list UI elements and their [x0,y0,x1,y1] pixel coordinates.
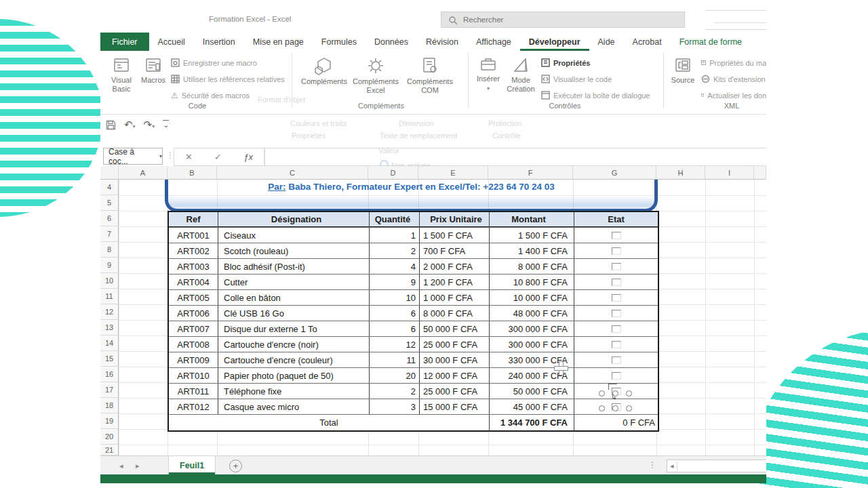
macro-record-status-icon[interactable] [160,483,166,483]
cell[interactable]: 20 [370,368,420,383]
checkbox-icon[interactable] [612,279,621,286]
cell[interactable]: ART004 [169,274,218,289]
cell[interactable]: ART001 [169,228,218,243]
xml-extension-packs-button[interactable]: Kits d'extension [701,75,766,83]
cell[interactable]: 12 000 F CFA [420,368,490,383]
tab-aide[interactable]: Aide [589,33,624,51]
select-all-corner[interactable] [100,166,119,180]
cell[interactable]: 2 [370,243,420,258]
tab-d-veloppeur[interactable]: Développeur [520,33,589,51]
sheet-tab-feuil1[interactable]: Feuil1 [168,456,216,474]
cell[interactable]: Disque dur externe 1 To [218,321,370,336]
cell[interactable]: ART012 [169,399,218,414]
cell[interactable]: ART011 [169,384,218,399]
search-input[interactable]: Rechercher [441,12,685,28]
cell[interactable]: 8 000 F CFA [490,259,574,274]
column-header-H[interactable]: H [656,166,705,180]
tab-fichier[interactable]: Fichier [100,33,149,51]
view-code-button[interactable]: Visualiser le code [541,75,612,83]
cell[interactable]: 9 [370,274,420,289]
cell[interactable]: 11 [370,352,420,367]
cell-etat[interactable] [574,306,658,321]
row-header-13[interactable]: 13 [100,320,119,336]
scroll-left-arrow[interactable]: ◂ [667,462,677,470]
cell-etat[interactable] [574,337,658,352]
record-macro-button[interactable]: Enregistrer une macro [171,58,257,67]
status-accessibility[interactable]: Accessibilité : examinez nos recommandat… [172,483,327,483]
run-dialog-button[interactable]: Exécuter la boîte de dialogue [541,91,650,100]
row-header-16[interactable]: 16 [100,367,119,382]
row-header-4[interactable]: 4 [100,180,119,195]
cell[interactable]: Cartouche d'encre (couleur) [218,352,370,367]
cell[interactable]: 12 [370,337,420,352]
cell-etat[interactable] [574,243,658,258]
macros-button[interactable]: Macros [138,56,168,85]
row-header-6[interactable]: 6 [100,211,119,226]
row-header-20[interactable]: 20 [100,429,119,445]
cell[interactable]: 10 800 F CFA [490,274,574,289]
cell[interactable]: Colle en bâton [218,290,370,305]
visual-basic-button[interactable]: Visual Basic [106,56,137,94]
tab-formules[interactable]: Formules [313,33,366,51]
tab-r-vision[interactable]: Révision [417,33,467,51]
cell[interactable]: 1 200 F CFA [420,274,490,289]
cell-etat[interactable] [574,321,658,336]
cell[interactable]: 50 000 F CFA [490,384,574,399]
cell[interactable]: 25 000 F CFA [420,337,490,352]
sheet-nav-left-button[interactable]: ◂ [119,462,123,470]
cell[interactable]: ART002 [169,243,218,258]
tab-mise-en-page[interactable]: Mise en page [244,33,313,51]
row-header-7[interactable]: 7 [100,226,119,242]
cell[interactable]: Cartouche d'encre (noir) [218,337,370,352]
row-header-21[interactable]: 21 [100,445,119,455]
cell[interactable]: Papier photo (paquet de 50) [218,368,370,383]
cell[interactable]: 10 000 F CFA [490,290,574,305]
selection-handle[interactable] [599,390,605,396]
cell[interactable]: 2 [370,384,420,399]
selection-handle[interactable] [626,405,632,411]
cell[interactable]: ART010 [169,368,218,383]
checkbox-icon[interactable] [612,294,621,302]
add-sheet-button[interactable]: + [229,460,242,472]
cell[interactable]: 10 [370,290,420,305]
cell[interactable]: 25 000 F CFA [420,384,490,399]
column-header-C[interactable]: C [217,166,368,180]
row-header-9[interactable]: 9 [100,258,119,273]
name-box[interactable]: Case à coc... ▾ [103,148,163,165]
selection-handle[interactable] [599,405,605,411]
cell[interactable]: 1 400 F CFA [490,243,574,258]
row-header-11[interactable]: 11 [100,289,119,304]
column-header-I[interactable]: I [705,166,754,180]
tab-affichage[interactable]: Affichage [467,33,520,51]
cell-etat[interactable] [574,274,658,289]
cell[interactable]: 300 000 F CFA [490,321,574,336]
cell[interactable]: 300 000 F CFA [490,337,574,352]
row-header-12[interactable]: 12 [100,304,119,320]
cell[interactable]: Bloc adhésif (Post-it) [218,259,370,274]
row-header-10[interactable]: 10 [100,273,119,289]
properties-button[interactable]: Propriétés [541,58,590,67]
column-header-D[interactable]: D [368,166,418,180]
checkbox-icon[interactable] [612,310,621,317]
cell[interactable]: 1 000 F CFA [420,290,490,305]
cell[interactable]: ART003 [169,259,218,274]
row-header-14[interactable]: 14 [100,336,119,351]
cell-etat[interactable] [574,228,658,243]
column-header-G[interactable]: G [573,166,656,180]
cell[interactable]: 1 500 F CFA [420,228,490,243]
cell-etat[interactable] [574,259,658,274]
row-header-15[interactable]: 15 [100,351,119,367]
tab-acrobat[interactable]: Acrobat [624,33,671,51]
cell[interactable]: 50 000 F CFA [420,321,490,336]
design-mode-button[interactable]: Mode Création [505,56,537,94]
cell[interactable]: ART008 [169,337,218,352]
row-header-8[interactable]: 8 [100,242,119,258]
row-header-18[interactable]: 18 [100,398,119,413]
cell[interactable]: ART005 [169,290,218,305]
column-header-A[interactable]: A [119,166,167,180]
cell[interactable]: Cutter [218,274,370,289]
cell[interactable]: Casque avec micro [218,399,370,414]
selection-handle[interactable] [626,390,632,396]
checkbox-icon[interactable] [612,341,621,348]
cell[interactable]: 45 000 F CFA [490,399,574,414]
